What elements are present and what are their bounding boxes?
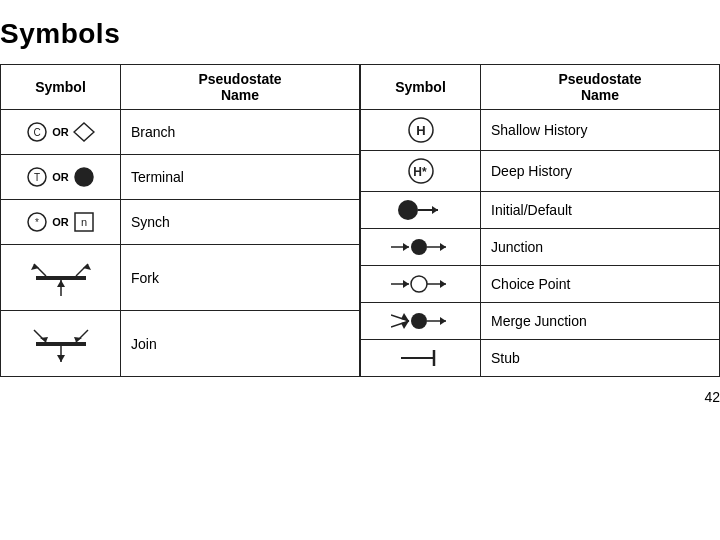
shallow-history-name: Shallow History: [481, 110, 720, 151]
deep-history-symbol: H*: [361, 151, 481, 192]
table-row: Junction: [361, 229, 720, 266]
svg-marker-30: [432, 206, 438, 214]
right-name-header: PseudostateName: [481, 65, 720, 110]
page-number: 42: [704, 389, 720, 405]
terminal-symbol: T OR: [1, 155, 121, 200]
shallow-history-symbol: H: [361, 110, 481, 151]
right-symbol-header: Symbol: [361, 65, 481, 110]
junction-symbol: [361, 229, 481, 266]
svg-marker-32: [403, 243, 409, 251]
synch-name: Synch: [121, 200, 360, 245]
svg-text:n: n: [81, 216, 87, 228]
svg-text:H: H: [416, 123, 425, 138]
left-symbol-header: Symbol: [1, 65, 121, 110]
choice-point-name: Choice Point: [481, 266, 720, 303]
synch-symbol: * OR n: [1, 200, 121, 245]
merge-junction-name: Merge Junction: [481, 303, 720, 340]
table-row: H* Deep History: [361, 151, 720, 192]
right-table: Symbol PseudostateName H Sha: [360, 64, 720, 377]
svg-point-5: [75, 168, 93, 186]
table-row: H Shallow History: [361, 110, 720, 151]
deep-history-name: Deep History: [481, 151, 720, 192]
svg-point-28: [398, 200, 418, 220]
table-row: C OR Branch: [1, 110, 360, 155]
junction-name: Junction: [481, 229, 720, 266]
stub-symbol: [361, 340, 481, 377]
svg-marker-16: [57, 280, 65, 287]
svg-point-45: [411, 313, 427, 329]
svg-marker-44: [401, 321, 409, 329]
svg-text:H*: H*: [413, 165, 427, 179]
table-row: Stub: [361, 340, 720, 377]
table-row: T OR Terminal: [1, 155, 360, 200]
branch-symbol: C OR: [1, 110, 121, 155]
svg-marker-35: [440, 243, 446, 251]
fork-symbol: [1, 245, 121, 311]
initial-symbol: [361, 192, 481, 229]
left-name-header: PseudostateName: [121, 65, 360, 110]
terminal-name: Terminal: [121, 155, 360, 200]
svg-text:C: C: [34, 127, 41, 138]
svg-marker-23: [57, 355, 65, 362]
svg-marker-40: [440, 280, 446, 288]
svg-marker-47: [440, 317, 446, 325]
svg-rect-10: [36, 276, 86, 280]
table-row: Join: [1, 311, 360, 377]
svg-rect-17: [36, 342, 86, 346]
svg-marker-37: [403, 280, 409, 288]
join-name: Join: [121, 311, 360, 377]
merge-junction-symbol: [361, 303, 481, 340]
svg-point-33: [411, 239, 427, 255]
left-table: Symbol PseudostateName C OR: [0, 64, 360, 377]
svg-text:T: T: [34, 172, 40, 183]
fork-name: Fork: [121, 245, 360, 311]
stub-name: Stub: [481, 340, 720, 377]
svg-marker-2: [74, 123, 94, 141]
svg-point-38: [411, 276, 427, 292]
branch-name: Branch: [121, 110, 360, 155]
join-symbol: [1, 311, 121, 377]
svg-text:*: *: [35, 217, 39, 228]
svg-marker-42: [401, 313, 409, 321]
table-row: Initial/Default: [361, 192, 720, 229]
table-row: Fork: [1, 245, 360, 311]
initial-name: Initial/Default: [481, 192, 720, 229]
choice-point-symbol: [361, 266, 481, 303]
page-title: Symbols: [0, 18, 720, 50]
table-row: Merge Junction: [361, 303, 720, 340]
table-row: Choice Point: [361, 266, 720, 303]
table-row: * OR n Synch: [1, 200, 360, 245]
